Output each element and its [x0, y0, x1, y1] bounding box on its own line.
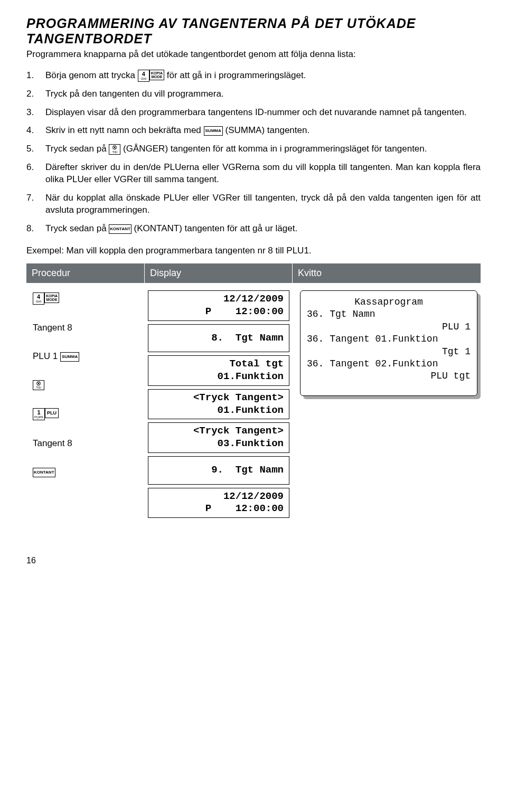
step-8-text-a: Tryck sedan på	[45, 223, 109, 233]
header-kvitto: Kvitto	[293, 263, 481, 283]
receipt-line-1: Kassaprogram	[307, 296, 471, 308]
display-box-3: Total tgt 01.Funktion	[148, 355, 289, 386]
step-8: Tryck sedan på KONTANT (KONTANT) tangent…	[26, 223, 481, 235]
display-box-4: <Tryck Tangent> 01.Funktion	[148, 389, 289, 420]
step-5: Tryck sedan på ⊗TID (GÅNGER) tangenten f…	[26, 143, 481, 155]
display-column: 12/12/2009 P 12:00:00 8. Tgt Namn Total …	[145, 283, 293, 524]
display-box-7: 12/12/2009 P 12:00:00	[148, 488, 289, 518]
step-4-text-b: (SUMMA) tangenten.	[225, 125, 309, 135]
key-summa: SUMMA	[204, 126, 223, 136]
step-7: När du kopplat alla önskade PLUer eller …	[26, 192, 481, 216]
proc-plu1-label: PLU 1	[33, 351, 60, 361]
proc-step-2: Tangent 8	[33, 323, 138, 333]
key-summa: SUMMA	[60, 352, 79, 362]
page-number: 16	[26, 556, 481, 565]
receipt-box: Kassaprogram 36. Tgt Namn PLU 1 36. Tang…	[300, 290, 477, 396]
receipt-line-2: 36. Tgt Namn	[307, 308, 471, 320]
example-table: Procedur Display Kvitto 4GHIKOPIAMODE Ta…	[26, 263, 481, 524]
key-4: 4GHI	[138, 70, 149, 82]
receipt-line-6: 36. Tangent 02.Funktion	[307, 358, 471, 370]
key-kontant: KONTANT	[33, 468, 55, 477]
steps-list: Börja genom att trycka 4GHIKOPIAMODE för…	[26, 70, 481, 235]
step-6: Därefter skriver du in den/de PLUerna el…	[26, 162, 481, 186]
display-box-2: 8. Tgt Namn	[148, 324, 289, 353]
header-procedur: Procedur	[26, 263, 145, 283]
example-label: Exempel: Man vill koppla den programmerb…	[26, 246, 481, 256]
header-display: Display	[145, 263, 293, 283]
proc-step-5: 1PQRSPLU	[33, 408, 138, 420]
procedure-column: 4GHIKOPIAMODE Tangent 8 PLU 1 SUMMA ⊗TID…	[26, 283, 145, 501]
step-4: Skriv in ett nytt namn och bekräfta med …	[26, 125, 481, 137]
key-kopia-mode: KOPIAMODE	[44, 292, 59, 303]
step-5-text-a: Tryck sedan på	[45, 144, 109, 154]
step-5-text-b: (GÅNGER) tangenten för att komma in i pr…	[123, 144, 427, 154]
receipt-line-4: 36. Tangent 01.Funktion	[307, 333, 471, 345]
display-box-5: <Tryck Tangent> 03.Funktion	[148, 422, 289, 453]
key-kopia-mode: KOPIAMODE	[149, 70, 164, 80]
key-tid: ⊗TID	[109, 144, 120, 155]
page-title: PROGRAMMERING AV TANGENTERNA PÅ DET UTÖK…	[26, 16, 481, 46]
proc-step-7: KONTANT	[33, 467, 138, 477]
display-box-6: 9. Tgt Namn	[148, 456, 289, 485]
step-3: Displayen visar då den programmerbara ta…	[26, 107, 481, 119]
receipt-line-7: PLU tgt	[307, 370, 471, 382]
intro-text: Programmera knapparna på det utökade tan…	[26, 49, 481, 60]
key-1: 1PQRS	[33, 408, 45, 420]
step-1-text-b: för att gå in i programmeringsläget.	[167, 70, 306, 80]
receipt-line-5: Tgt 1	[307, 346, 471, 358]
step-1: Börja genom att trycka 4GHIKOPIAMODE för…	[26, 70, 481, 82]
proc-step-4: ⊗TID	[33, 380, 138, 390]
key-tid: ⊗TID	[33, 380, 44, 391]
table-header: Procedur Display Kvitto	[26, 263, 481, 283]
proc-step-3: PLU 1 SUMMA	[33, 351, 138, 362]
key-4: 4GHI	[33, 292, 44, 305]
key-4-mode: 4GHIKOPIAMODE	[138, 70, 164, 82]
receipt-column: Kassaprogram 36. Tgt Namn PLU 1 36. Tang…	[293, 283, 481, 399]
step-1-text-a: Börja genom att trycka	[45, 70, 138, 80]
step-4-text-a: Skriv in ett nytt namn och bekräfta med	[45, 125, 204, 135]
proc-step-1: 4GHIKOPIAMODE	[33, 292, 138, 305]
receipt-line-3: PLU 1	[307, 321, 471, 333]
proc-step-6: Tangent 8	[33, 438, 138, 449]
display-box-1: 12/12/2009 P 12:00:00	[148, 290, 289, 321]
key-kontant: KONTANT	[109, 224, 132, 234]
key-plu: PLU	[45, 408, 59, 418]
step-8-text-b: (KONTANT) tangenten för att gå ur läget.	[134, 223, 298, 233]
step-2: Tryck på den tangenten du vill programme…	[26, 88, 481, 100]
